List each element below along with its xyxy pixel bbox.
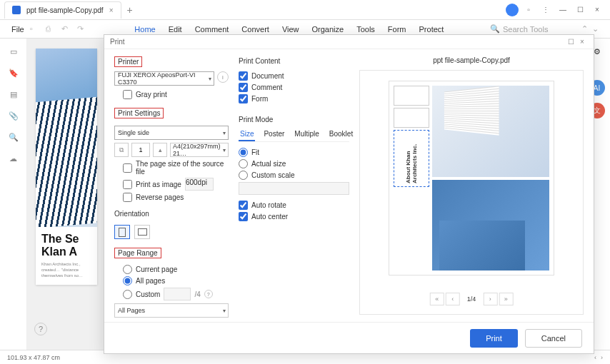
print-settings-label: Print Settings [114, 108, 164, 118]
print-as-image-checkbox[interactable]: Print as image 600dpi [114, 178, 229, 191]
user-avatar-icon[interactable] [506, 4, 519, 16]
search-panel-icon[interactable]: 🔍 [8, 131, 19, 143]
custom-range-input[interactable] [164, 288, 191, 300]
pager-last[interactable]: » [499, 293, 513, 305]
paper-size-select[interactable]: A4(210x297mm) 21… [170, 143, 229, 157]
size-custom-radio[interactable]: Custom scale [239, 171, 349, 180]
menu-home[interactable]: Home [134, 25, 155, 34]
orientation-portrait[interactable] [114, 225, 130, 239]
bookmark-icon[interactable]: 🔖 [8, 67, 19, 79]
nav-prev-icon[interactable]: ‹ [594, 354, 596, 361]
doc-title-2: Klan A [41, 246, 91, 258]
window-controls: ▫ ⋮ — ☐ × [506, 3, 610, 17]
source-page-size-checkbox[interactable]: The page size of the source file [114, 160, 229, 176]
gray-print-input[interactable] [123, 90, 132, 99]
maximize-button[interactable]: ☐ [573, 3, 587, 17]
printer-section-label: Printer [114, 56, 142, 67]
content-form-checkbox[interactable]: Form [239, 94, 349, 103]
cloud-icon[interactable]: ☁ [8, 153, 19, 164]
auto-rotate-checkbox[interactable]: Auto rotate [239, 201, 349, 210]
search-placeholder: Search Tools [503, 25, 548, 34]
menu-form[interactable]: Form [388, 25, 406, 34]
custom-range-total: /4 [194, 290, 200, 298]
menu-organize[interactable]: Organize [312, 25, 344, 34]
orientation-landscape[interactable] [134, 225, 150, 239]
nav-next-icon[interactable]: › [601, 354, 603, 361]
printer-info-icon[interactable]: i [217, 71, 229, 83]
collapse-down-icon[interactable]: ⌄ [592, 24, 599, 34]
layers-icon[interactable]: ▤ [8, 89, 19, 100]
doc-title-1: The Se [41, 233, 91, 246]
help-icon[interactable]: ? [34, 323, 47, 335]
menu-view[interactable]: View [282, 25, 299, 34]
preview-about-text: About Khan Architects Inc. [394, 130, 429, 187]
minimize-button[interactable]: — [556, 3, 570, 17]
cancel-button[interactable]: Cancel [525, 329, 582, 348]
dialog-title: Print [110, 38, 125, 46]
print-mode-label: Print Mode [239, 116, 273, 123]
preview-image-top [432, 86, 549, 177]
tab-title: ppt file-sample-Copy.pdf [26, 6, 104, 14]
document-page: The Se Klan A Khan Architects Inc., crea… [36, 49, 97, 285]
all-pages-filter-select[interactable]: All Pages [114, 303, 229, 318]
preview-column: ppt file-sample-Copy.pdf About Khan Arch… [359, 56, 584, 315]
menu-convert[interactable]: Convert [241, 25, 269, 34]
mode-tab-size[interactable]: Size [239, 128, 255, 141]
pager-prev[interactable]: ‹ [446, 293, 460, 305]
document-tab[interactable]: ppt file-sample-Copy.pdf × [4, 1, 121, 19]
copies-spinner[interactable]: ▴ [153, 143, 167, 157]
printer-selected: FUJI XEROX ApeosPort-VI C3370 [118, 71, 211, 86]
all-pages-radio[interactable]: All pages [114, 276, 229, 285]
menu-tools[interactable]: Tools [356, 25, 375, 34]
more-icon[interactable]: ⋮ [539, 3, 553, 17]
gray-print-checkbox[interactable]: Gray print [114, 90, 229, 99]
content-comment-checkbox[interactable]: Comment [239, 83, 349, 92]
size-actual-radio[interactable]: Actual size [239, 159, 349, 168]
preview-pager: « ‹ 1/4 › » [430, 293, 514, 305]
menu-protect[interactable]: Protect [419, 25, 444, 34]
current-page-radio[interactable]: Current page [114, 265, 229, 274]
copies-input[interactable] [131, 143, 150, 157]
print-dialog: Print ☐ × Printer FUJI XEROX ApeosPort-V… [104, 34, 594, 354]
content-document-checkbox[interactable]: Document [239, 71, 349, 81]
dpi-display: 600dpi [185, 178, 214, 191]
auto-center-checkbox[interactable]: Auto center [239, 212, 349, 221]
menu-edit[interactable]: Edit [169, 25, 182, 34]
size-fit-radio[interactable]: Fit [239, 148, 349, 157]
sides-select[interactable]: Single side [114, 126, 229, 140]
left-sidebar: ▭ 🔖 ▤ 📎 🔍 ☁ [0, 39, 27, 364]
custom-range-row[interactable]: Custom /4 ? [114, 288, 229, 300]
dialog-maximize-icon[interactable]: ☐ [565, 38, 576, 46]
status-dimensions: 101.93 x 47.87 cm [7, 354, 60, 361]
app-menu-icon[interactable]: ▫ [521, 3, 536, 17]
preview-filename: ppt file-sample-Copy.pdf [359, 56, 584, 64]
collapse-up-icon[interactable]: ⌃ [581, 24, 588, 34]
range-help-icon[interactable]: ? [204, 290, 213, 298]
mode-tab-poster[interactable]: Poster [262, 128, 286, 141]
close-window-button[interactable]: × [590, 3, 604, 17]
attachment-icon[interactable]: 📎 [8, 110, 19, 121]
dialog-close-icon[interactable]: × [576, 38, 588, 46]
menu-comment[interactable]: Comment [195, 25, 229, 34]
search-tools[interactable]: 🔍 Search Tools [490, 24, 576, 34]
mid-settings-column: Print Content Document Comment Form Prin… [239, 56, 349, 315]
pdf-icon [12, 6, 21, 14]
mode-tab-multiple[interactable]: Multiple [293, 128, 320, 141]
pager-next[interactable]: › [483, 293, 497, 305]
doc-caption: Khan Architects Inc., created… "distance… [41, 262, 91, 278]
undo-icon[interactable]: ↶ [61, 24, 73, 34]
preview-area: About Khan Architects Inc. « ‹ 1/4 › » [359, 70, 584, 315]
thumbnail-icon[interactable]: ▭ [8, 46, 19, 57]
printer-select[interactable]: FUJI XEROX ApeosPort-VI C3370 [114, 71, 214, 86]
file-menu[interactable]: File [6, 25, 30, 34]
pager-first[interactable]: « [430, 293, 444, 305]
redo-icon[interactable]: ↷ [77, 24, 89, 34]
pager-position: 1/4 [461, 295, 482, 303]
reverse-pages-checkbox[interactable]: Reverse pages [114, 193, 229, 202]
print-button[interactable]: Print [470, 329, 518, 348]
close-tab-icon[interactable]: × [109, 6, 114, 14]
mode-tab-booklet[interactable]: Booklet [328, 128, 354, 141]
new-tab-button[interactable]: + [127, 4, 133, 16]
save-icon[interactable]: ▫ [30, 24, 41, 34]
print-icon[interactable]: ⎙ [46, 24, 57, 34]
